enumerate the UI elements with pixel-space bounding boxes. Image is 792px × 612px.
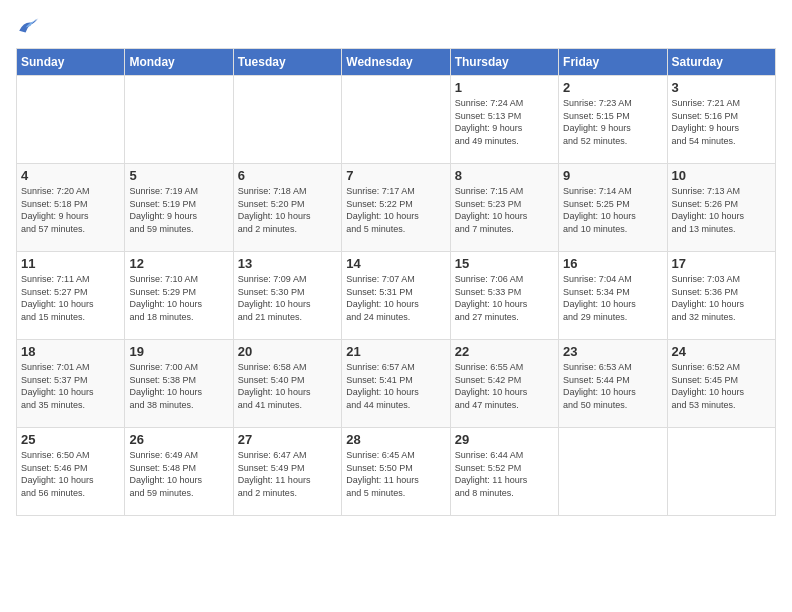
- calendar-cell: 18Sunrise: 7:01 AM Sunset: 5:37 PM Dayli…: [17, 340, 125, 428]
- day-number: 29: [455, 432, 554, 447]
- calendar-cell: [559, 428, 667, 516]
- calendar-cell: [667, 428, 775, 516]
- day-of-week-header: Wednesday: [342, 49, 450, 76]
- day-info: Sunrise: 7:24 AM Sunset: 5:13 PM Dayligh…: [455, 97, 554, 147]
- day-number: 7: [346, 168, 445, 183]
- day-number: 5: [129, 168, 228, 183]
- calendar-cell: 6Sunrise: 7:18 AM Sunset: 5:20 PM Daylig…: [233, 164, 341, 252]
- day-number: 9: [563, 168, 662, 183]
- calendar-cell: 17Sunrise: 7:03 AM Sunset: 5:36 PM Dayli…: [667, 252, 775, 340]
- calendar-cell: [233, 76, 341, 164]
- day-info: Sunrise: 7:23 AM Sunset: 5:15 PM Dayligh…: [563, 97, 662, 147]
- day-number: 26: [129, 432, 228, 447]
- calendar-cell: [125, 76, 233, 164]
- day-info: Sunrise: 7:15 AM Sunset: 5:23 PM Dayligh…: [455, 185, 554, 235]
- day-info: Sunrise: 6:47 AM Sunset: 5:49 PM Dayligh…: [238, 449, 337, 499]
- day-info: Sunrise: 7:11 AM Sunset: 5:27 PM Dayligh…: [21, 273, 120, 323]
- calendar-cell: 10Sunrise: 7:13 AM Sunset: 5:26 PM Dayli…: [667, 164, 775, 252]
- day-info: Sunrise: 7:07 AM Sunset: 5:31 PM Dayligh…: [346, 273, 445, 323]
- day-number: 12: [129, 256, 228, 271]
- calendar-cell: 13Sunrise: 7:09 AM Sunset: 5:30 PM Dayli…: [233, 252, 341, 340]
- calendar-cell: 27Sunrise: 6:47 AM Sunset: 5:49 PM Dayli…: [233, 428, 341, 516]
- calendar-cell: 14Sunrise: 7:07 AM Sunset: 5:31 PM Dayli…: [342, 252, 450, 340]
- day-info: Sunrise: 7:17 AM Sunset: 5:22 PM Dayligh…: [346, 185, 445, 235]
- calendar-week-row: 18Sunrise: 7:01 AM Sunset: 5:37 PM Dayli…: [17, 340, 776, 428]
- calendar-cell: 19Sunrise: 7:00 AM Sunset: 5:38 PM Dayli…: [125, 340, 233, 428]
- day-of-week-header: Saturday: [667, 49, 775, 76]
- day-number: 11: [21, 256, 120, 271]
- day-number: 13: [238, 256, 337, 271]
- day-number: 10: [672, 168, 771, 183]
- day-number: 4: [21, 168, 120, 183]
- day-info: Sunrise: 6:49 AM Sunset: 5:48 PM Dayligh…: [129, 449, 228, 499]
- calendar-week-row: 25Sunrise: 6:50 AM Sunset: 5:46 PM Dayli…: [17, 428, 776, 516]
- day-info: Sunrise: 6:50 AM Sunset: 5:46 PM Dayligh…: [21, 449, 120, 499]
- day-info: Sunrise: 6:44 AM Sunset: 5:52 PM Dayligh…: [455, 449, 554, 499]
- day-number: 25: [21, 432, 120, 447]
- day-info: Sunrise: 6:45 AM Sunset: 5:50 PM Dayligh…: [346, 449, 445, 499]
- day-info: Sunrise: 7:13 AM Sunset: 5:26 PM Dayligh…: [672, 185, 771, 235]
- day-number: 8: [455, 168, 554, 183]
- day-number: 2: [563, 80, 662, 95]
- day-info: Sunrise: 7:20 AM Sunset: 5:18 PM Dayligh…: [21, 185, 120, 235]
- day-info: Sunrise: 7:18 AM Sunset: 5:20 PM Dayligh…: [238, 185, 337, 235]
- calendar-cell: 20Sunrise: 6:58 AM Sunset: 5:40 PM Dayli…: [233, 340, 341, 428]
- calendar-week-row: 11Sunrise: 7:11 AM Sunset: 5:27 PM Dayli…: [17, 252, 776, 340]
- day-number: 1: [455, 80, 554, 95]
- day-info: Sunrise: 7:01 AM Sunset: 5:37 PM Dayligh…: [21, 361, 120, 411]
- day-info: Sunrise: 7:00 AM Sunset: 5:38 PM Dayligh…: [129, 361, 228, 411]
- calendar-cell: 11Sunrise: 7:11 AM Sunset: 5:27 PM Dayli…: [17, 252, 125, 340]
- day-of-week-header: Sunday: [17, 49, 125, 76]
- day-info: Sunrise: 6:55 AM Sunset: 5:42 PM Dayligh…: [455, 361, 554, 411]
- calendar-cell: 24Sunrise: 6:52 AM Sunset: 5:45 PM Dayli…: [667, 340, 775, 428]
- calendar-table: SundayMondayTuesdayWednesdayThursdayFrid…: [16, 48, 776, 516]
- day-info: Sunrise: 7:21 AM Sunset: 5:16 PM Dayligh…: [672, 97, 771, 147]
- calendar-cell: 12Sunrise: 7:10 AM Sunset: 5:29 PM Dayli…: [125, 252, 233, 340]
- day-number: 14: [346, 256, 445, 271]
- calendar-cell: 25Sunrise: 6:50 AM Sunset: 5:46 PM Dayli…: [17, 428, 125, 516]
- day-info: Sunrise: 7:19 AM Sunset: 5:19 PM Dayligh…: [129, 185, 228, 235]
- day-number: 17: [672, 256, 771, 271]
- calendar-cell: 22Sunrise: 6:55 AM Sunset: 5:42 PM Dayli…: [450, 340, 558, 428]
- calendar-cell: 23Sunrise: 6:53 AM Sunset: 5:44 PM Dayli…: [559, 340, 667, 428]
- calendar-cell: 29Sunrise: 6:44 AM Sunset: 5:52 PM Dayli…: [450, 428, 558, 516]
- day-info: Sunrise: 7:14 AM Sunset: 5:25 PM Dayligh…: [563, 185, 662, 235]
- day-number: 3: [672, 80, 771, 95]
- day-number: 27: [238, 432, 337, 447]
- day-of-week-header: Tuesday: [233, 49, 341, 76]
- day-number: 22: [455, 344, 554, 359]
- day-info: Sunrise: 6:53 AM Sunset: 5:44 PM Dayligh…: [563, 361, 662, 411]
- day-info: Sunrise: 7:06 AM Sunset: 5:33 PM Dayligh…: [455, 273, 554, 323]
- day-number: 20: [238, 344, 337, 359]
- logo-icon: [16, 16, 40, 40]
- day-number: 28: [346, 432, 445, 447]
- calendar-cell: 9Sunrise: 7:14 AM Sunset: 5:25 PM Daylig…: [559, 164, 667, 252]
- day-of-week-header: Friday: [559, 49, 667, 76]
- calendar-cell: [17, 76, 125, 164]
- day-number: 21: [346, 344, 445, 359]
- calendar-cell: 4Sunrise: 7:20 AM Sunset: 5:18 PM Daylig…: [17, 164, 125, 252]
- day-info: Sunrise: 7:04 AM Sunset: 5:34 PM Dayligh…: [563, 273, 662, 323]
- calendar-header-row: SundayMondayTuesdayWednesdayThursdayFrid…: [17, 49, 776, 76]
- day-number: 18: [21, 344, 120, 359]
- day-number: 19: [129, 344, 228, 359]
- day-number: 23: [563, 344, 662, 359]
- day-info: Sunrise: 6:52 AM Sunset: 5:45 PM Dayligh…: [672, 361, 771, 411]
- day-number: 16: [563, 256, 662, 271]
- day-of-week-header: Monday: [125, 49, 233, 76]
- day-number: 24: [672, 344, 771, 359]
- page-header: [16, 16, 776, 40]
- logo: [16, 16, 44, 40]
- day-info: Sunrise: 7:03 AM Sunset: 5:36 PM Dayligh…: [672, 273, 771, 323]
- calendar-cell: 1Sunrise: 7:24 AM Sunset: 5:13 PM Daylig…: [450, 76, 558, 164]
- calendar-week-row: 1Sunrise: 7:24 AM Sunset: 5:13 PM Daylig…: [17, 76, 776, 164]
- calendar-cell: [342, 76, 450, 164]
- calendar-cell: 21Sunrise: 6:57 AM Sunset: 5:41 PM Dayli…: [342, 340, 450, 428]
- calendar-cell: 5Sunrise: 7:19 AM Sunset: 5:19 PM Daylig…: [125, 164, 233, 252]
- day-of-week-header: Thursday: [450, 49, 558, 76]
- day-number: 15: [455, 256, 554, 271]
- calendar-cell: 16Sunrise: 7:04 AM Sunset: 5:34 PM Dayli…: [559, 252, 667, 340]
- calendar-week-row: 4Sunrise: 7:20 AM Sunset: 5:18 PM Daylig…: [17, 164, 776, 252]
- day-info: Sunrise: 6:58 AM Sunset: 5:40 PM Dayligh…: [238, 361, 337, 411]
- calendar-cell: 2Sunrise: 7:23 AM Sunset: 5:15 PM Daylig…: [559, 76, 667, 164]
